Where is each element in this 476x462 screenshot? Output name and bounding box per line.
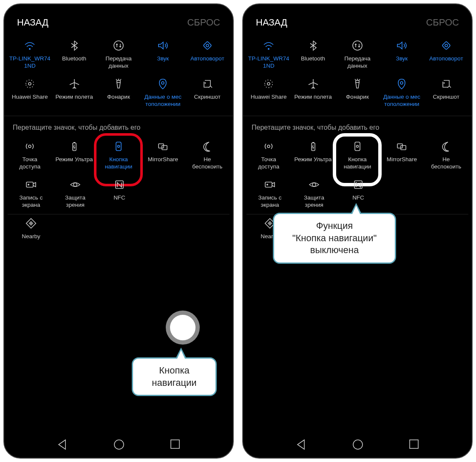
svg-line-7 xyxy=(116,79,117,80)
tile-hotspot[interactable]: Точка доступа xyxy=(8,137,52,172)
tile-label: Автоповорот xyxy=(185,55,230,70)
tile-navbtn[interactable]: Кнопка навигации xyxy=(335,137,380,172)
tile-hotspot[interactable]: Точка доступа xyxy=(246,137,291,172)
tile-dnd[interactable]: Не беспокоить xyxy=(424,137,468,172)
tile-mirror[interactable]: MirrorShare xyxy=(141,137,185,172)
reset-button[interactable]: СБРОС xyxy=(187,17,220,28)
nfc-icon xyxy=(336,177,380,192)
nav-back-icon[interactable] xyxy=(296,439,307,450)
reset-button[interactable]: СБРОС xyxy=(426,17,459,28)
tile-screenshot[interactable]: Скриншот xyxy=(185,75,230,110)
tile-label: Точка доступа xyxy=(8,156,52,171)
back-button[interactable]: НАЗАД xyxy=(17,17,48,28)
tile-airplane[interactable]: Режим полета xyxy=(291,75,335,110)
tile-label: Данные о мес тоположении xyxy=(141,94,185,108)
tile-label: Автоповорот xyxy=(424,55,468,70)
nfc-icon xyxy=(97,177,142,192)
tile-label: Запись с экрана xyxy=(248,194,292,209)
tile-huaweishare[interactable]: Huawei Share xyxy=(8,75,52,110)
tile-label: MirrorShare xyxy=(141,156,185,171)
tile-wifi[interactable]: TP-LINK_WR74 1ND xyxy=(8,37,52,71)
svg-point-27 xyxy=(353,41,362,50)
wifi-icon xyxy=(246,38,291,53)
tile-rotate[interactable]: Автоповорот xyxy=(185,37,230,71)
nav-back-icon[interactable] xyxy=(57,439,68,450)
tile-sound[interactable]: Звук xyxy=(141,37,185,71)
svg-point-11 xyxy=(28,145,31,148)
svg-point-19 xyxy=(28,184,29,185)
tile-label: Запись с экрана xyxy=(9,194,53,209)
tile-screenshot[interactable]: Скриншот xyxy=(424,75,468,110)
phone-left: НАЗАД СБРОС TP-LINK_WR74 1NDBluetoothПер… xyxy=(3,3,234,459)
location-icon xyxy=(141,77,185,91)
tile-record[interactable]: Запись с экрана xyxy=(248,176,292,211)
svg-point-26 xyxy=(268,48,269,50)
tile-label: Режим полета xyxy=(52,94,96,108)
back-button[interactable]: НАЗАД xyxy=(256,17,287,28)
tile-data[interactable]: Передача данных xyxy=(335,37,380,71)
tile-airplane[interactable]: Режим полета xyxy=(52,75,96,110)
rotate-icon xyxy=(185,38,230,53)
tile-label: MirrorShare xyxy=(380,156,424,171)
svg-point-46 xyxy=(312,183,316,186)
tile-rotate[interactable]: Автоповорот xyxy=(424,37,468,71)
svg-point-35 xyxy=(400,82,403,84)
svg-rect-31 xyxy=(356,80,359,83)
tile-bluetooth[interactable]: Bluetooth xyxy=(291,37,335,71)
screenshot-icon xyxy=(424,77,468,91)
share-icon xyxy=(246,77,291,91)
tile-nearby[interactable]: Nearby xyxy=(9,214,53,249)
tile-record[interactable]: Запись с экрана xyxy=(9,176,53,211)
tile-ultra[interactable]: Режим Ультра xyxy=(291,137,335,172)
tile-huaweishare[interactable]: Huawei Share xyxy=(246,75,291,110)
tile-nfc[interactable]: NFC xyxy=(97,176,142,211)
svg-line-34 xyxy=(359,79,360,80)
tile-mirror[interactable]: MirrorShare xyxy=(380,137,424,172)
mirror-icon xyxy=(141,139,185,154)
tile-eyecare[interactable]: Защита зрения xyxy=(53,176,97,211)
tile-bluetooth[interactable]: Bluetooth xyxy=(52,37,96,71)
tile-ultra[interactable]: Режим Ультра xyxy=(52,137,96,172)
quick-settings-inactive: Точка доступаРежим УльтраКнопка навигаци… xyxy=(4,137,233,253)
svg-rect-12 xyxy=(73,143,76,151)
tile-label: Скриншот xyxy=(185,94,230,108)
svg-line-33 xyxy=(355,79,356,80)
svg-rect-38 xyxy=(312,143,315,151)
tile-wifi[interactable]: TP-LINK_WR74 1ND xyxy=(246,37,291,71)
svg-point-20 xyxy=(74,183,77,186)
nav-home-icon[interactable] xyxy=(113,439,125,450)
quick-settings-active: TP-LINK_WR74 1NDBluetoothПередача данных… xyxy=(243,37,472,113)
tile-location[interactable]: Данные о мес тоположении xyxy=(380,75,424,110)
tile-label: Режим полета xyxy=(291,94,335,108)
android-navbar xyxy=(4,439,233,450)
floating-nav-button[interactable] xyxy=(166,311,200,345)
tile-label: Звук xyxy=(380,55,424,70)
moon-icon xyxy=(424,139,468,154)
tile-navbtn[interactable]: Кнопка навигации xyxy=(96,137,141,172)
tile-sound[interactable]: Звук xyxy=(380,37,424,71)
eye-icon xyxy=(53,177,97,192)
tile-eyecare[interactable]: Защита зрения xyxy=(292,176,336,211)
tile-dnd[interactable]: Не беспокоить xyxy=(185,137,230,172)
tile-data[interactable]: Передача данных xyxy=(96,37,141,71)
tile-location[interactable]: Данные о мес тоположении xyxy=(141,75,185,110)
tile-torch[interactable]: Фонарик xyxy=(335,75,380,110)
svg-rect-16 xyxy=(159,144,164,148)
nav-recent-icon[interactable] xyxy=(409,439,419,450)
data-icon xyxy=(335,38,380,53)
svg-point-30 xyxy=(267,83,270,85)
rotate-icon xyxy=(424,38,468,53)
callout-right: Функция "Кнопка навигации" выключена xyxy=(273,213,396,264)
nav-home-icon[interactable] xyxy=(352,439,363,450)
nav-recent-icon[interactable] xyxy=(170,439,180,450)
tile-label: Передача данных xyxy=(335,55,380,70)
svg-point-41 xyxy=(356,145,358,148)
nearby-icon xyxy=(9,216,53,231)
svg-rect-23 xyxy=(28,221,33,225)
svg-rect-18 xyxy=(26,182,33,187)
android-navbar xyxy=(243,439,472,450)
tile-torch[interactable]: Фонарик xyxy=(96,75,141,110)
airplane-icon xyxy=(52,77,96,91)
tile-label: Режим Ультра xyxy=(291,156,335,171)
svg-point-36 xyxy=(443,83,445,84)
